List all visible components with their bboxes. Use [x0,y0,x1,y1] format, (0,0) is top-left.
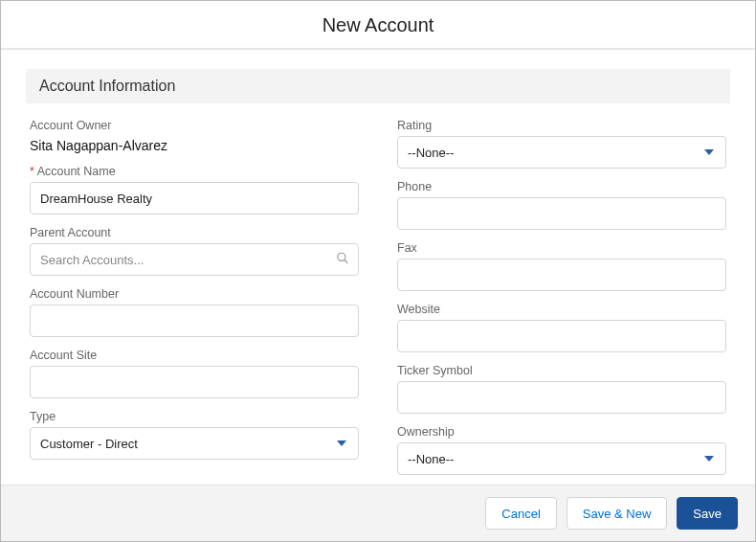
field-website: Website [397,303,726,352]
field-account-name: * Account Name [30,165,359,215]
right-column: Rating --None-- Phone Fax Website [397,119,726,485]
field-account-number: Account Number [30,287,359,337]
field-account-owner: Account Owner Sita Nagappan-Alvarez [30,119,359,153]
field-ticker-symbol: Ticker Symbol [397,364,726,414]
select-type-value: Customer - Direct [40,437,138,451]
field-phone: Phone [397,180,726,230]
field-type: Type Customer - Direct [30,410,359,460]
label-parent-account: Parent Account [30,226,359,239]
new-account-modal: New Account Account Information Account … [0,0,756,542]
select-ownership-value: --None-- [408,452,454,466]
label-account-owner: Account Owner [30,119,359,132]
input-account-site[interactable] [30,366,359,398]
modal-body: Account Information Account Owner Sita N… [1,50,755,485]
field-ownership: Ownership --None-- [397,425,726,475]
input-parent-account[interactable] [30,243,359,276]
required-indicator: * [30,165,34,178]
chevron-down-icon [704,456,714,462]
section-account-information: Account Information [26,69,730,103]
select-rating[interactable]: --None-- [397,136,726,169]
label-ownership: Ownership [397,425,726,439]
input-website[interactable] [397,320,726,352]
label-rating: Rating [397,119,726,132]
save-button[interactable]: Save [677,497,738,530]
input-phone[interactable] [397,197,726,230]
label-type: Type [30,410,359,423]
save-and-new-button[interactable]: Save & New [567,497,668,530]
label-ticker-symbol: Ticker Symbol [397,364,726,377]
label-account-name: * Account Name [30,165,359,178]
select-ownership[interactable]: --None-- [397,442,726,475]
input-fax[interactable] [397,259,726,291]
label-account-number: Account Number [30,287,359,301]
select-rating-value: --None-- [408,146,454,160]
input-account-name[interactable] [30,182,359,215]
modal-title: New Account [1,14,755,36]
label-fax: Fax [397,241,726,255]
cancel-button[interactable]: Cancel [485,497,556,530]
label-phone: Phone [397,180,726,193]
form-grid: Account Owner Sita Nagappan-Alvarez * Ac… [26,119,730,485]
input-ticker-symbol[interactable] [397,381,726,414]
select-type[interactable]: Customer - Direct [30,427,359,460]
field-account-site: Account Site [30,349,359,398]
field-rating: Rating --None-- [397,119,726,169]
value-account-owner: Sita Nagappan-Alvarez [30,136,359,153]
left-column: Account Owner Sita Nagappan-Alvarez * Ac… [30,119,359,485]
label-website: Website [397,303,726,316]
field-fax: Fax [397,241,726,291]
field-parent-account: Parent Account [30,226,359,276]
chevron-down-icon [704,149,714,155]
label-account-site: Account Site [30,349,359,362]
input-account-number[interactable] [30,305,359,337]
modal-footer: Cancel Save & New Save [1,485,755,541]
chevron-down-icon [337,440,346,446]
modal-header: New Account [1,1,755,50]
